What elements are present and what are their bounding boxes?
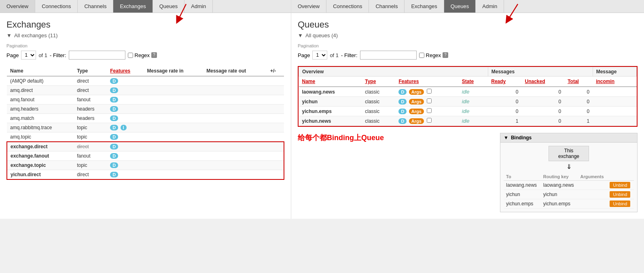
- exchange-action: [267, 95, 284, 105]
- exchange-rate-in: [144, 114, 203, 123]
- exchange-type: direct: [74, 86, 107, 95]
- right-nav: Overview Connections Channels Exchanges …: [291, 0, 644, 13]
- left-nav-channels[interactable]: Channels: [78, 0, 113, 13]
- right-page-select[interactable]: 1: [312, 51, 327, 60]
- queue-state: idle: [459, 97, 488, 107]
- annotation-text: 给每个都Binding上Queue: [298, 133, 494, 143]
- queue-features: D Args: [395, 97, 458, 107]
- left-section-label: All exchanges (11): [14, 32, 58, 38]
- table-row[interactable]: amq.topic topic D: [7, 132, 284, 142]
- left-nav-admin[interactable]: Admin: [184, 0, 213, 13]
- col-rate-in: Message rate in: [144, 66, 203, 76]
- col-type: Type: [362, 77, 395, 87]
- col-name: Name: [299, 77, 362, 87]
- unbind-button[interactable]: Unbind: [610, 200, 630, 207]
- exchange-rate-out: [203, 86, 267, 95]
- left-nav: Overview Connections Channels Exchanges …: [0, 0, 291, 13]
- right-nav-channels[interactable]: Channels: [369, 0, 405, 13]
- left-nav-overview[interactable]: Overview: [0, 0, 35, 13]
- queue-ready: 0: [488, 97, 521, 107]
- queue-unacked: 0: [522, 87, 565, 97]
- left-filter-input[interactable]: [69, 51, 125, 60]
- right-regex-checkbox[interactable]: [419, 53, 424, 58]
- exchange-rate-in: [144, 170, 203, 180]
- col-plusminus[interactable]: +/-: [267, 66, 284, 76]
- binding-to: yichun: [504, 190, 541, 199]
- this-exchange-button[interactable]: This exchange: [549, 146, 589, 161]
- exchange-type: topic: [74, 123, 107, 132]
- table-row[interactable]: yichun.news classic D Args idle 1 0 1: [299, 116, 637, 126]
- queue-type: classic: [362, 107, 395, 116]
- left-nav-connections[interactable]: Connections: [35, 0, 78, 13]
- col-routing-key: Routing key: [541, 173, 578, 181]
- table-row[interactable]: exchange.topic topic D: [7, 161, 284, 170]
- col-total: Total: [564, 77, 593, 87]
- exchange-action: [267, 132, 284, 142]
- table-row[interactable]: amq.fanout fanout D: [7, 95, 284, 105]
- queue-ready: 0: [488, 87, 521, 97]
- left-question-mark[interactable]: ?: [151, 52, 157, 58]
- unbind-button[interactable]: Unbind: [610, 182, 630, 188]
- col-incoming: incomin: [593, 77, 636, 87]
- unbind-button[interactable]: Unbind: [610, 191, 630, 198]
- bindings-title: Bindings: [511, 135, 532, 141]
- table-row[interactable]: amq.direct direct D: [7, 86, 284, 95]
- queue-incoming: [593, 107, 636, 116]
- binding-to: yichun.emps: [504, 199, 541, 209]
- table-row[interactable]: exchange.fanout fanout D: [7, 151, 284, 161]
- right-nav-queues[interactable]: Queues: [444, 0, 476, 13]
- right-nav-admin[interactable]: Admin: [476, 0, 504, 13]
- left-nav-exchanges[interactable]: Exchanges: [113, 0, 153, 13]
- binding-action[interactable]: Unbind: [607, 181, 634, 190]
- exchange-features: D: [107, 170, 144, 180]
- exchange-type: topic: [74, 132, 107, 142]
- right-filter-input[interactable]: [360, 51, 417, 60]
- exchange-type: fanout: [74, 151, 107, 161]
- queue-check[interactable]: [427, 89, 432, 94]
- binding-routing-key: yichun: [541, 190, 578, 199]
- table-row[interactable]: laowang.news classic D Args idle 0 0 0: [299, 87, 637, 97]
- table-row[interactable]: amq.rabbitmq.trace topic D I: [7, 123, 284, 132]
- left-pagination-label: Pagination: [6, 43, 284, 48]
- table-row[interactable]: yichun.emps classic D Args idle 0 0 0: [299, 107, 637, 116]
- binding-action[interactable]: Unbind: [607, 199, 634, 209]
- left-nav-queues[interactable]: Queues: [153, 0, 185, 13]
- exchange-name: amq.direct: [7, 86, 74, 95]
- exchange-features: D: [107, 151, 144, 161]
- col-state: State: [459, 77, 488, 87]
- queue-type: classic: [362, 87, 395, 97]
- table-row[interactable]: amq.match headers D: [7, 114, 284, 123]
- right-nav-exchanges[interactable]: Exchanges: [405, 0, 444, 13]
- right-nav-connections[interactable]: Connections: [326, 0, 369, 13]
- exchange-type: topic: [74, 161, 107, 170]
- queue-check[interactable]: [427, 118, 432, 123]
- binding-action[interactable]: Unbind: [607, 190, 634, 199]
- col-name: Name: [7, 66, 74, 76]
- right-regex-label: Regex: [426, 52, 441, 58]
- right-question-mark[interactable]: ?: [443, 52, 448, 58]
- table-row[interactable]: amq.headers headers D: [7, 105, 284, 114]
- left-page-select[interactable]: 1: [21, 51, 36, 60]
- exchange-rate-out: [203, 123, 267, 132]
- table-row[interactable]: yichun classic D Args idle 0 0 0: [299, 97, 637, 107]
- left-regex-checkbox[interactable]: [128, 53, 133, 58]
- binding-to: laowang.news: [504, 181, 541, 190]
- exchange-rate-in: [144, 86, 203, 95]
- queue-incoming: [593, 97, 636, 107]
- queue-check[interactable]: [427, 108, 432, 113]
- table-row[interactable]: (AMQP default) direct D: [7, 76, 284, 86]
- exchange-rate-out: [203, 151, 267, 161]
- exchange-name: amq.fanout: [7, 95, 74, 105]
- right-nav-overview[interactable]: Overview: [291, 0, 326, 13]
- exchange-name: amq.rabbitmq.trace: [7, 123, 74, 132]
- queue-check[interactable]: [427, 98, 432, 103]
- exchange-features: D: [107, 114, 144, 123]
- exchange-rate-out: [203, 132, 267, 142]
- queue-incoming: [593, 116, 636, 126]
- table-row[interactable]: yichun.direct direct D: [7, 170, 284, 180]
- col-action: [607, 173, 634, 181]
- exchange-name: amq.match: [7, 114, 74, 123]
- exchange-action: [267, 142, 284, 151]
- table-row[interactable]: exchange.direct direct D: [7, 142, 284, 151]
- left-regex-label: Regex: [135, 52, 150, 58]
